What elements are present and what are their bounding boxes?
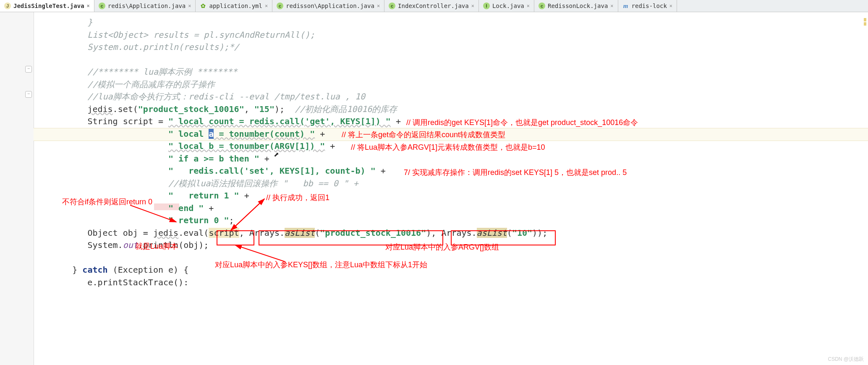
class-icon: c — [389, 3, 395, 9]
class-icon: c — [539, 3, 545, 9]
tab-label: redis-lock — [632, 3, 667, 9]
annotation: 对应Lua脚本中的入参KEYS[]数组，注意Lua中数组下标从1开始 — [215, 260, 427, 270]
close-icon[interactable]: × — [188, 3, 191, 9]
code-line: //模拟一个商品减库存的原子操作 — [42, 79, 215, 89]
tab-jedis-single-test[interactable]: J JedisSingleTest.java × — [0, 0, 94, 12]
code-line: } catch (Exception e) { — [42, 265, 188, 275]
close-icon[interactable]: × — [377, 3, 380, 9]
code-line: System.out.println(obj); — [42, 240, 209, 250]
editor-tabbar: J JedisSingleTest.java × c redis\Applica… — [0, 0, 868, 12]
close-icon[interactable]: × — [610, 3, 613, 9]
annotation: 就是Lua脚本 — [135, 241, 178, 251]
code-line: String script = " local count = redis.ca… — [42, 116, 401, 126]
close-icon[interactable]: × — [471, 3, 474, 9]
tab-application-yml[interactable]: ✿ application.yml × — [196, 0, 272, 12]
tab-label: redis\Application.java — [108, 3, 186, 9]
tab-redis-lock[interactable]: m redis-lock × — [618, 0, 677, 12]
spring-icon: ✿ — [200, 3, 207, 9]
tab-redisson-application[interactable]: c redisson\Application.java × — [272, 0, 384, 12]
fold-marker[interactable]: − — [25, 91, 32, 98]
code-line: //lua脚本命令执行方式：redis-cli --eval /tmp/test… — [42, 91, 365, 102]
code-line: //模拟lua语法报错回滚操作 " bb == 0 " + — [42, 178, 358, 188]
tab-redis-application[interactable]: c redis\Application.java × — [94, 0, 196, 12]
overview-marker — [864, 22, 866, 26]
tab-redisson-lock[interactable]: c RedissonLock.java × — [534, 0, 618, 12]
code-line: System.out.println(results);*/ — [42, 42, 239, 52]
code-line: } — [42, 17, 92, 27]
code-editor[interactable]: − − } List<Object> results = pl.syncAndR… — [0, 12, 868, 365]
code-line: List<Object> results = pl.syncAndReturnA… — [42, 30, 315, 40]
maven-icon: m — [622, 3, 629, 9]
annotation: // 将上一条get命令的返回结果count转成数值类型 — [342, 130, 505, 140]
close-icon[interactable]: × — [87, 3, 90, 9]
close-icon[interactable]: × — [669, 3, 672, 9]
annotation: // 调用redis的get KEYS[1]命令，也就是get product_… — [406, 117, 638, 128]
annotation: // 将Lua脚本入参ARGV[1]元素转成数值类型，也就是b=10 — [351, 142, 545, 152]
gutter: − − — [0, 12, 34, 365]
tab-index-controller[interactable]: c IndexController.java × — [384, 0, 479, 12]
tab-label: redisson\Application.java — [286, 3, 374, 9]
code-line: //******** lua脚本示例 ******** — [42, 67, 237, 77]
annotation: 不符合if条件则返回return 0 — [62, 197, 152, 207]
code-line: e.printStackTrace(): — [42, 277, 188, 287]
tab-label: IndexController.java — [398, 3, 469, 9]
tab-label: Lock.java — [492, 3, 524, 9]
overview-marker — [864, 18, 866, 21]
watermark: CSDN @沃德跃 — [828, 356, 864, 363]
code-line: " if a >= b then " + — [42, 154, 269, 164]
code-line: Object obj = jedis.eval(script, Arrays.a… — [42, 228, 547, 238]
annotation: 7/ 实现减库存操作：调用redis的set KEYS[1] 5，也就是set … — [404, 167, 627, 177]
class-icon: c — [99, 3, 105, 9]
class-icon: c — [277, 3, 283, 9]
code-line: " return 0 "; — [42, 215, 234, 225]
annotation: // 执行成功，返回1 — [266, 193, 329, 203]
code-line: " redis.call('set', KEYS[1], count-b) " … — [42, 166, 386, 176]
close-icon[interactable]: × — [265, 3, 268, 9]
code-line: jedis.set("product_stock_10016", "15"); … — [42, 104, 397, 114]
mouse-cursor-icon: ⬈ — [274, 149, 279, 160]
tab-label: JedisSingleTest.java — [13, 3, 84, 9]
tab-lock[interactable]: I Lock.java × — [479, 0, 534, 12]
code-line: " local a = tonumber(count) " + — [42, 129, 330, 139]
fold-marker[interactable]: − — [25, 66, 32, 73]
java-icon: J — [4, 3, 11, 9]
code-line: " local b = tonumber(ARGV[1]) " + — [42, 141, 340, 151]
close-icon[interactable]: × — [527, 3, 530, 9]
annotation: 对应Lua脚本中的入参ARGV[]数组 — [385, 242, 499, 252]
interface-icon: I — [483, 3, 490, 9]
tab-label: application.yml — [209, 3, 262, 9]
tab-label: RedissonLock.java — [548, 3, 608, 9]
